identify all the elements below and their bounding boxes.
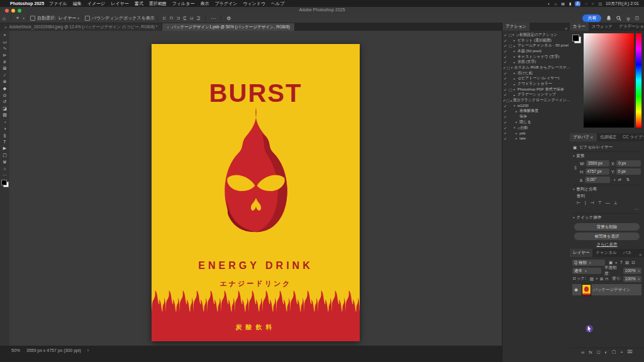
- width-field[interactable]: 3559 px: [586, 160, 609, 167]
- lock-icon[interactable]: ▨: [590, 277, 594, 282]
- layer-action-icon[interactable]: ▢: [612, 349, 616, 354]
- tool-button[interactable]: ◑: [1, 125, 9, 132]
- tool-button[interactable]: ↺: [1, 99, 9, 106]
- more-align-icon[interactable]: ⋯: [573, 207, 638, 212]
- action-checkmark-icon[interactable]: ✓: [502, 55, 508, 59]
- align-icon[interactable]: ⊐: [176, 16, 180, 21]
- action-checkmark-icon[interactable]: ✓: [502, 131, 508, 135]
- filter-icon[interactable]: ◐: [615, 260, 618, 265]
- filter-icon[interactable]: T: [620, 260, 623, 265]
- poster-document[interactable]: BURST ENERGY DRINK エナジードリンク 炭: [152, 44, 360, 341]
- action-checkmark-icon[interactable]: ✓: [502, 114, 508, 119]
- tool-button[interactable]: §: [1, 132, 9, 139]
- menu-item[interactable]: プラグイン: [214, 1, 237, 7]
- action-row[interactable]: ✓ ▢ ▾ ▱ 初期設定のアクション: [502, 32, 570, 38]
- layer-name[interactable]: パッケージデザイン: [593, 287, 631, 293]
- align-icon[interactable]: ⊥: [614, 200, 618, 206]
- lock-icon[interactable]: ⊞: [600, 277, 603, 282]
- menu-item[interactable]: ファイル: [49, 1, 67, 7]
- tab-actions[interactable]: アクション: [502, 23, 530, 31]
- action-row[interactable]: ✓ ▸ 水面 (文字): [502, 59, 570, 65]
- action-checkmark-icon[interactable]: ✓: [502, 49, 508, 53]
- action-checkmark-icon[interactable]: ✓: [502, 38, 508, 43]
- input-source-icon[interactable]: あ: [575, 1, 580, 6]
- saturation-brightness-picker[interactable]: [584, 33, 634, 128]
- app-menu-name[interactable]: Photoshop 2025: [10, 1, 44, 6]
- align-icon[interactable]: —: [606, 200, 610, 206]
- foreground-background-swatches[interactable]: [1, 180, 9, 187]
- align-icon[interactable]: ⊒: [196, 16, 200, 21]
- search-icon[interactable]: [616, 16, 621, 21]
- height-field[interactable]: 4757 px: [586, 168, 610, 175]
- action-checkmark-icon[interactable]: ✓: [502, 120, 508, 124]
- tab-swatches[interactable]: スウォッチ: [589, 23, 616, 31]
- action-row[interactable]: ✓ ▸ グラデーションマップ: [502, 92, 570, 98]
- layer-action-icon[interactable]: ⌧: [628, 349, 633, 354]
- bounding-box-checkbox[interactable]: [85, 16, 90, 21]
- tool-button[interactable]: ⋯: [1, 172, 9, 178]
- tool-button[interactable]: ▨: [1, 112, 9, 119]
- panel-color-swatches[interactable]: [572, 35, 581, 43]
- canvas-area[interactable]: BURST ENERGY DRINK エナジードリンク 炭: [9, 31, 502, 346]
- status-icon[interactable]: ◌: [585, 2, 587, 6]
- action-row[interactable]: ✓ ▢ ▸ 混合ブラシクローニングペイン...: [502, 97, 570, 103]
- remove-background-button[interactable]: 背景を削除: [574, 223, 640, 231]
- lock-icon[interactable]: ⊓: [605, 277, 608, 282]
- opacity-field[interactable]: 100%▾: [623, 268, 641, 274]
- filter-icon[interactable]: ▤: [625, 260, 629, 265]
- align-icon[interactable]: ⊏: [163, 16, 167, 21]
- menu-item[interactable]: 選択範囲: [149, 1, 167, 7]
- y-field[interactable]: 0 px: [616, 168, 641, 175]
- layer-action-icon[interactable]: ∞: [581, 350, 584, 354]
- workspace-switcher-icon[interactable]: ◫: [635, 16, 639, 21]
- align-icon[interactable]: ⊤: [598, 200, 602, 206]
- align-icon[interactable]: ⊢: [577, 200, 580, 206]
- filter-icon[interactable]: ⊡: [631, 260, 635, 265]
- action-checkmark-icon[interactable]: ✓: [502, 92, 508, 97]
- close-tab-icon[interactable]: ×: [167, 25, 169, 30]
- menubar-clock[interactable]: 10月7日(火) 2:01: [606, 1, 639, 7]
- layer-action-icon[interactable]: ◐: [605, 350, 608, 354]
- action-checkmark-icon[interactable]: ✓: [502, 87, 508, 92]
- layer-action-icon[interactable]: fx: [589, 350, 592, 354]
- tool-button[interactable]: ▶: [1, 145, 9, 152]
- see-more-link[interactable]: さらに表示: [573, 242, 641, 248]
- tool-button[interactable]: ∕: [1, 72, 9, 79]
- menu-item[interactable]: 書式: [135, 1, 143, 7]
- layer-row-selected[interactable]: ◉ パッケージデザイン: [572, 284, 641, 295]
- tool-button[interactable]: ▭: [1, 39, 9, 46]
- tab-properties[interactable]: プロパティ: [570, 133, 597, 141]
- panel-menu-icon[interactable]: ≡: [639, 253, 641, 257]
- align-icon[interactable]: ⊑: [183, 16, 187, 21]
- action-row[interactable]: ✓ ▸ psb: [502, 130, 570, 136]
- action-row[interactable]: ✓ ▸ 木版 (50 pixel): [502, 48, 570, 54]
- close-tab-icon[interactable]: ×: [4, 25, 7, 30]
- lock-icon[interactable]: +: [596, 277, 598, 282]
- action-checkmark-icon[interactable]: ✓: [502, 71, 508, 75]
- move-tool-icon[interactable]: ⌖: [16, 15, 19, 21]
- status-icon[interactable]: ◫: [598, 1, 602, 6]
- tab-gradients[interactable]: グラデーション: [616, 23, 644, 31]
- foreground-color-swatch[interactable]: [1, 180, 7, 185]
- action-row[interactable]: ✓ ▸ セピアトーン (レイヤー): [502, 76, 570, 82]
- action-row[interactable]: ✓ ▢ ▸ カスタム RGB からグレースケ...: [502, 65, 570, 70]
- tool-button[interactable]: T: [1, 139, 9, 146]
- tool-button[interactable]: ○: [1, 165, 9, 172]
- device-preview-icon[interactable]: ψ: [626, 16, 630, 21]
- tool-button[interactable]: ∿: [1, 45, 9, 52]
- action-row[interactable]: ✓ ▸ tate: [502, 136, 570, 141]
- blend-mode-select[interactable]: 通常▾: [572, 268, 601, 274]
- more-options-icon[interactable]: ⋯: [211, 16, 216, 21]
- tool-button[interactable]: ◪: [1, 106, 9, 112]
- layer-action-icon[interactable]: +: [620, 350, 623, 354]
- action-checkmark-icon[interactable]: ✓: [502, 60, 508, 64]
- tool-button[interactable]: ⊠: [1, 65, 9, 72]
- status-icon[interactable]: ○: [592, 2, 594, 6]
- tab-cc-libraries[interactable]: CC ライブラリ: [619, 133, 644, 141]
- tool-button[interactable]: #: [1, 58, 9, 65]
- align-icon[interactable]: ⊣: [591, 200, 594, 206]
- tool-button[interactable]: ⊙: [1, 92, 9, 99]
- status-icon[interactable]: ▮: [569, 1, 571, 6]
- align-icon[interactable]: ⊓: [170, 16, 173, 21]
- layer-thumbnail[interactable]: [582, 284, 591, 296]
